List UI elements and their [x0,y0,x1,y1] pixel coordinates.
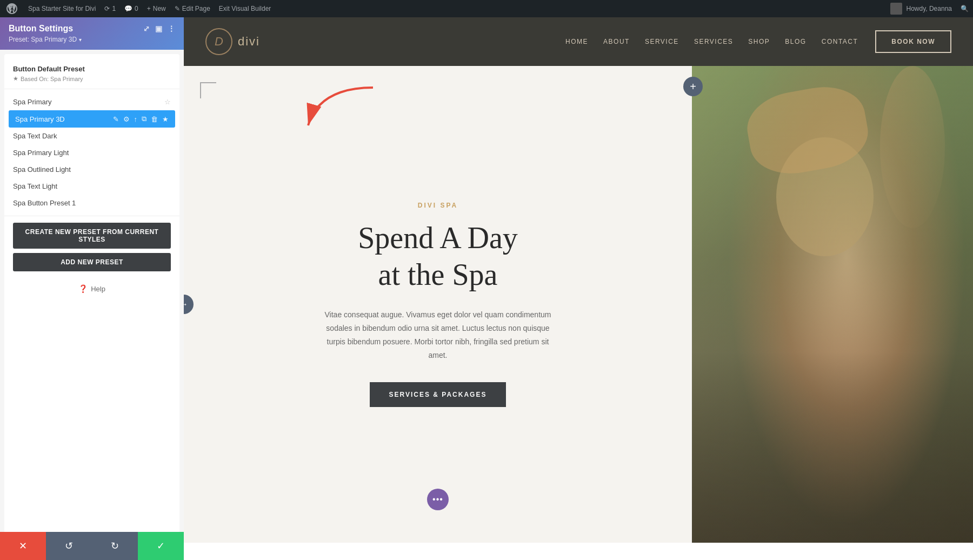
preset-item-name: Spa Primary Light [13,149,69,157]
preset-item-spa-button-preset-1[interactable]: Spa Button Preset 1 [4,195,179,211]
nav-home[interactable]: HOME [565,38,588,45]
comments-icon: 💬 [124,5,132,12]
hero-description: Vitae consequat augue. Vivamus eget dolo… [324,308,551,363]
undo-button[interactable]: ↺ [46,532,92,560]
preset-item-name: Spa Button Preset 1 [13,199,76,207]
redo-button[interactable]: ↻ [92,532,138,560]
preset-label[interactable]: Preset: Spa Primary 3D ▾ [9,36,175,43]
default-preset-label: Button Default Preset [13,65,171,73]
duplicate-preset-icon[interactable]: ⧉ [142,115,146,123]
preset-star-icon[interactable]: ☆ [164,98,171,106]
nav-shop[interactable]: SHOP [748,38,770,45]
undo-icon: ↺ [65,540,73,552]
add-section-button[interactable]: + [683,77,703,96]
preset-item-name: Spa Text Dark [13,132,57,140]
admin-bar-updates[interactable]: ⟳ 1 [104,5,116,12]
preset-buttons-section: CREATE NEW PRESET FROM CURRENT STYLES AD… [4,216,179,278]
settings-title-row: Button Settings ⤢ ▣ ⋮ [9,24,175,34]
help-circle-icon: ❓ [78,284,88,293]
create-preset-button[interactable]: CREATE NEW PRESET FROM CURRENT STYLES [13,223,171,249]
site-name: Spa Starter Site for Divi [28,5,96,12]
admin-search[interactable]: 🔍 [961,5,969,12]
book-now-button[interactable]: BOOK NOW [875,30,951,53]
nav-about[interactable]: ABOUT [603,38,630,45]
more-options-button[interactable]: ••• [427,489,449,510]
preset-item-spa-outlined-light[interactable]: Spa Outlined Light [4,161,179,178]
star-icon: ★ [13,75,18,82]
logo-circle: D [205,28,232,55]
preset-item-spa-text-light[interactable]: Spa Text Light [4,178,179,195]
hero-section: + DIVI SPA Spend A Dayat the Spa Vitae c… [184,66,973,543]
nav-blog[interactable]: BLOG [785,38,806,45]
preset-item-name: Spa Outlined Light [13,165,71,174]
admin-bar-exit-builder[interactable]: Exit Visual Builder [219,5,271,12]
default-preset-section: Button Default Preset ★ Based On: Spa Pr… [4,61,179,89]
resize-icon[interactable]: ↔ [184,295,194,314]
hero-corner-decoration [200,82,216,98]
panel-content: Button Default Preset ★ Based On: Spa Pr… [4,54,179,556]
bottom-bar: ✕ ↺ ↻ ✓ [0,532,184,560]
settings-preset-icon[interactable]: ⚙ [123,115,130,123]
main-layout: Button Settings ⤢ ▣ ⋮ Preset: Spa Primar… [0,17,973,560]
save-button[interactable]: ✓ [138,532,184,560]
fullscreen-icon[interactable]: ⤢ [143,24,150,33]
admin-bar-edit[interactable]: ✎ Edit Page [175,5,210,12]
logo-text: divi [238,35,260,49]
more-icon[interactable]: ⋮ [168,24,175,33]
admin-bar-right: Howdy, Deanna 🔍 [890,3,969,15]
services-button[interactable]: SERVICES & PACKAGES [370,382,507,407]
hero-image [692,66,973,543]
settings-title-icons: ⤢ ▣ ⋮ [143,24,175,33]
save-icon: ✓ [157,540,165,552]
hero-photo [692,66,973,543]
hero-left: + DIVI SPA Spend A Dayat the Spa Vitae c… [184,66,692,543]
admin-bar-site[interactable]: Spa Starter Site for Divi [28,5,96,12]
preset-item-name-active: Spa Primary 3D [15,115,65,123]
expand-options: ••• [427,489,449,510]
nav-links: HOME ABOUT SERVICE SERVICES SHOP BLOG CO… [565,38,858,45]
admin-bar: Spa Starter Site for Divi ⟳ 1 💬 0 + New … [0,0,973,17]
based-on-text: ★ Based On: Spa Primary [13,75,171,82]
admin-bar-comments[interactable]: 💬 0 [124,5,138,12]
add-preset-button[interactable]: ADD NEW PRESET [13,253,171,271]
site-logo: D divi [205,28,260,55]
logo-d-letter: D [215,35,223,49]
hero-title: Spend A Dayat the Spa [358,220,518,292]
nav-services[interactable]: SERVICES [694,38,733,45]
preset-item-spa-text-dark[interactable]: Spa Text Dark [4,128,179,144]
preset-item-actions: ✎ ⚙ ↑ ⧉ 🗑 ★ [113,115,169,123]
star-active-icon[interactable]: ★ [162,115,169,123]
nav-service[interactable]: SERVICE [645,38,679,45]
preset-item-name: Spa Text Light [13,182,57,190]
preset-item-spa-primary-3d[interactable]: Spa Primary 3D ✎ ⚙ ↑ ⧉ 🗑 ★ [9,110,175,128]
edit-icon: ✎ [175,5,180,12]
left-panel: Button Settings ⤢ ▣ ⋮ Preset: Spa Primar… [0,17,184,560]
nav-contact[interactable]: CONTACT [822,38,858,45]
preset-item-spa-primary-light[interactable]: Spa Primary Light [4,144,179,161]
edit-preset-icon[interactable]: ✎ [113,115,119,123]
plus-icon: + [147,5,151,12]
close-button[interactable]: ✕ [0,532,46,560]
help-link[interactable]: Help [91,285,105,293]
settings-title-text: Button Settings [9,24,73,34]
updates-icon: ⟳ [104,5,110,12]
preset-chevron-icon: ▾ [79,37,82,43]
panel-icon[interactable]: ▣ [155,24,162,33]
admin-bar-new[interactable]: + New [147,5,166,12]
redo-icon: ↻ [111,540,119,552]
preset-list: Spa Primary ☆ Spa Primary 3D ✎ ⚙ ↑ ⧉ 🗑 ★ [4,89,179,216]
close-icon: ✕ [19,540,27,552]
help-section: ❓ Help [4,278,179,299]
preset-item-name: Spa Primary [13,98,52,106]
upload-preset-icon[interactable]: ↑ [134,115,138,123]
search-icon: 🔍 [961,5,969,12]
delete-preset-icon[interactable]: 🗑 [151,115,158,123]
settings-header: Button Settings ⤢ ▣ ⋮ Preset: Spa Primar… [0,17,184,50]
site-nav: D divi HOME ABOUT SERVICE SERVICES SHOP … [184,17,973,66]
more-dots-icon: ••• [432,495,443,504]
hero-subtitle: DIVI SPA [418,202,458,209]
admin-avatar[interactable]: Howdy, Deanna [890,3,952,15]
preset-item-spa-primary[interactable]: Spa Primary ☆ [4,94,179,110]
wp-logo-icon[interactable] [4,1,19,16]
resize-handle[interactable]: ↔ [184,295,194,314]
